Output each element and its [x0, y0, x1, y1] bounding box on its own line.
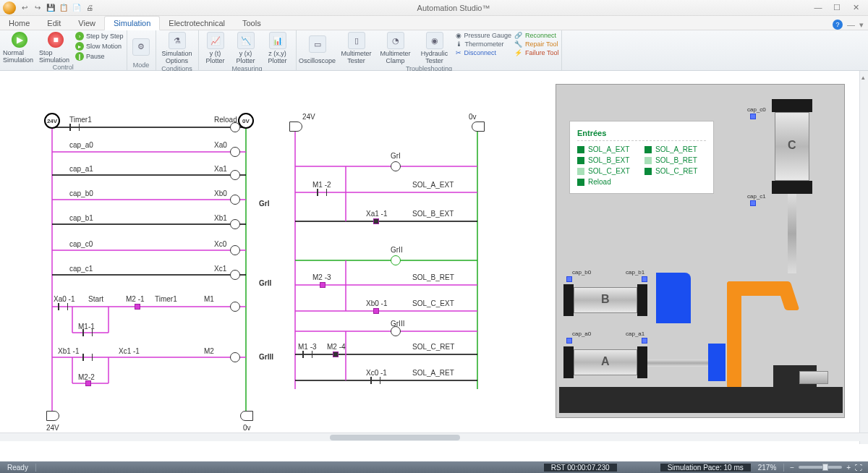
contact-xb0-1[interactable]: [373, 308, 379, 314]
failure-button[interactable]: ⚡Failure Tool: [514, 49, 558, 56]
contact-m2-4[interactable]: [333, 351, 339, 357]
mode-icon[interactable]: ⚙: [132, 38, 150, 56]
label-cap-b1: cap_b1: [626, 269, 644, 276]
tab-electrotechnical[interactable]: Electrotechnical: [160, 17, 234, 30]
tab-view[interactable]: View: [69, 17, 104, 30]
coil-xc0[interactable]: [230, 245, 240, 255]
zxy-plotter-button[interactable]: 📊z (x,y) Plotter: [263, 32, 293, 65]
qat-redo-icon[interactable]: ↪: [32, 2, 43, 14]
slow-motion-button[interactable]: ▸Slow Motion: [75, 42, 124, 51]
qat-save-icon[interactable]: 💾: [45, 2, 56, 14]
label-sol-b-ret: SOL_B_RET: [412, 273, 454, 281]
legend-sol-a-ext: SOL_A_EXT: [577, 145, 639, 153]
qat-paste-icon[interactable]: 📋: [58, 2, 69, 14]
window-title: Automation Studio™: [95, 4, 812, 12]
legend-title: Entrées: [577, 129, 706, 141]
contact-xa1-1[interactable]: [373, 218, 379, 224]
qat-undo-icon[interactable]: ↩: [19, 2, 30, 14]
clamp-button[interactable]: ◔Multimeter Clamp: [378, 32, 414, 65]
zoom-in-icon[interactable]: +: [846, 464, 851, 472]
label-m2-3: M2 -3: [312, 273, 331, 281]
chart-icon: 📉: [237, 32, 255, 49]
yt-plotter-button[interactable]: 📈y (t) Plotter: [202, 32, 229, 65]
contact-m2-3[interactable]: [320, 282, 326, 288]
contact-m2-2[interactable]: [85, 380, 91, 386]
bolt-icon: ⚡: [514, 49, 522, 56]
contact-m1-1[interactable]: [82, 329, 93, 336]
zoom-out-icon[interactable]: −: [790, 464, 794, 472]
hydraulic-tester-button[interactable]: ◉Hydraulic Tester: [417, 32, 453, 65]
qat-print-icon[interactable]: 🖨: [84, 2, 95, 14]
contact-xb1[interactable]: [82, 354, 93, 361]
led-cap-b1: [642, 276, 647, 282]
coil-gr3[interactable]: [391, 326, 401, 336]
contact-timer[interactable]: [69, 124, 80, 131]
coil-xc1[interactable]: [230, 270, 240, 280]
coil-m2[interactable]: [230, 352, 240, 362]
coil-xb1[interactable]: [230, 219, 240, 229]
contact-xa0[interactable]: [58, 303, 68, 310]
label-cap-a0: cap_a0: [69, 141, 93, 149]
coil-xb0[interactable]: [230, 195, 240, 205]
maximize-button[interactable]: ☐: [830, 3, 843, 12]
coil-reload[interactable]: [230, 122, 240, 132]
label-xc1-1: Xc1 -1: [119, 347, 140, 355]
status-bar: Ready RST 00:00:07.230 Simulation Pace: …: [0, 461, 868, 473]
multimeter-button[interactable]: ▯Multimeter Tester: [339, 32, 375, 65]
stop-sim-button[interactable]: ■ Stop Simulation: [39, 32, 72, 64]
label-xc0: Xc0: [214, 240, 226, 248]
tab-simulation[interactable]: Simulation: [104, 16, 160, 30]
disconnect-button[interactable]: ✂Disconnect: [456, 49, 512, 56]
tab-tools[interactable]: Tools: [234, 17, 270, 30]
label-timer: Timer1: [69, 116, 92, 124]
node-24v: 24V: [44, 113, 60, 129]
machine-roller: [799, 371, 828, 384]
contact-m1-2[interactable]: [317, 189, 327, 196]
thermometer-button[interactable]: 🌡Thermometer: [456, 41, 512, 48]
pressure-gauge-button[interactable]: ◉Pressure Gauge: [456, 32, 512, 39]
sim-options-button[interactable]: ⚗ Simulation Options: [159, 32, 195, 65]
ribbon-min-icon[interactable]: —: [847, 20, 855, 29]
coil-xa1[interactable]: [230, 170, 240, 180]
fit-icon[interactable]: ⛶: [855, 464, 862, 472]
coil-xa0[interactable]: [230, 147, 240, 157]
normal-sim-button[interactable]: ▶ Normal Simulation: [3, 32, 36, 64]
cyl-a-endcap-l: [563, 346, 574, 378]
ribbon-group-measuring: 📈y (t) Plotter 📉y (x) Plotter 📊z (x,y) P…: [199, 30, 297, 70]
minimize-button[interactable]: —: [812, 3, 825, 12]
coil-m1[interactable]: [230, 302, 240, 312]
contact-m2-1[interactable]: [135, 304, 140, 310]
close-button[interactable]: ✕: [849, 3, 862, 12]
pause-button[interactable]: ‖Pause: [75, 52, 124, 61]
3d-panel: Entrées SOL_A_EXT SOL_A_RET SOL_B_EXT SO…: [556, 84, 845, 418]
help-icon[interactable]: ?: [833, 20, 843, 30]
coil-gr2[interactable]: [391, 255, 401, 265]
menu-tabs: Home Edit View Simulation Electrotechnic…: [0, 16, 868, 30]
hscroll-thumb[interactable]: [330, 435, 460, 440]
horizontal-scrollbar[interactable]: [0, 432, 868, 441]
tab-home[interactable]: Home: [0, 17, 38, 30]
yx-plotter-button[interactable]: 📉y (x) Plotter: [232, 32, 260, 65]
ladder-wires: [0, 71, 550, 447]
workspace-canvas[interactable]: ▴: [0, 71, 868, 453]
cyl-a-rod: [647, 359, 708, 367]
oscilloscope-button[interactable]: ▭Oscilloscope: [299, 32, 336, 65]
contact-m1-3[interactable]: [302, 351, 312, 358]
reconnect-button[interactable]: 🔗Reconnect: [514, 32, 558, 39]
repair-button[interactable]: 🔧Repair Tool: [514, 41, 558, 48]
app-logo: [3, 1, 16, 14]
contact-xc0-1[interactable]: [370, 377, 380, 384]
node-0v: 0V: [238, 113, 254, 129]
label-xc0-1: Xc0 -1: [366, 369, 387, 377]
led-cap-a0: [566, 338, 572, 344]
qat-new-icon[interactable]: 📄: [71, 2, 82, 14]
tab-edit[interactable]: Edit: [38, 17, 69, 30]
zoom-slider[interactable]: − + ⛶: [784, 464, 868, 472]
led-cap-c0: [750, 114, 756, 119]
stop-icon: ■: [48, 32, 64, 48]
coil-gr1[interactable]: [391, 161, 401, 171]
ribbon-expand-icon[interactable]: ▾: [859, 20, 864, 30]
step-by-step-button[interactable]: ›Step by Step: [75, 32, 124, 41]
label-cap-c1: cap_c1: [747, 193, 766, 200]
workpiece-tip: [776, 281, 800, 310]
